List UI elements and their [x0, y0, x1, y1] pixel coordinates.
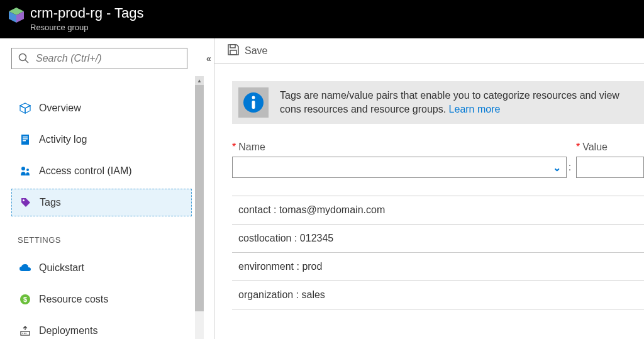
svg-rect-19	[24, 333, 25, 334]
sidebar-scrollbar[interactable]: ▲	[195, 76, 204, 339]
svg-rect-21	[230, 45, 235, 48]
page-title: crm-prod-rg - Tags	[30, 5, 144, 21]
sidebar-item-deployments[interactable]: Deployments	[11, 317, 192, 339]
sidebar-item-access-control[interactable]: Access control (IAM)	[11, 157, 192, 185]
info-text: Tags are name/value pairs that enable yo…	[280, 89, 638, 117]
save-button-label: Save	[245, 45, 267, 57]
svg-marker-5	[20, 103, 30, 108]
sidebar-section-header: SETTINGS	[18, 235, 192, 245]
tag-list: contact : tomas@mydomain.com costlocatio…	[232, 196, 644, 309]
name-input[interactable]: ⌄	[232, 157, 567, 178]
tag-form: *Name ⌄ : *Value	[232, 142, 644, 178]
svg-rect-18	[23, 333, 24, 334]
sidebar-item-activity-log[interactable]: Activity log	[11, 126, 192, 153]
svg-text:$: $	[23, 296, 27, 303]
sidebar: Overview Activity log Access control (IA…	[0, 38, 214, 339]
svg-rect-20	[26, 333, 27, 334]
sidebar-item-label: Overview	[39, 103, 81, 114]
svg-rect-22	[230, 50, 236, 55]
svg-marker-6	[20, 106, 25, 113]
page-header: crm-prod-rg - Tags Resource group	[0, 0, 644, 38]
value-input[interactable]	[576, 157, 644, 178]
save-icon	[227, 43, 240, 58]
svg-rect-9	[23, 136, 28, 138]
learn-more-link[interactable]: Learn more	[449, 104, 501, 114]
save-button[interactable]: Save	[227, 43, 267, 58]
form-separator: :	[567, 142, 573, 178]
tag-row[interactable]: environment : prod	[232, 253, 644, 281]
value-label: *Value	[576, 142, 644, 153]
tag-row[interactable]: costlocation : 012345	[232, 225, 644, 253]
tag-icon	[18, 197, 33, 208]
svg-line-4	[25, 60, 28, 63]
sidebar-item-quickstart[interactable]: Quickstart	[11, 254, 192, 282]
main-content: Save Tags are name/value pairs that enab…	[214, 38, 644, 339]
sidebar-item-overview[interactable]: Overview	[11, 94, 192, 122]
resource-icon	[8, 6, 25, 26]
svg-rect-10	[23, 138, 28, 140]
search-box[interactable]	[11, 48, 187, 69]
iam-icon	[18, 165, 33, 177]
tag-row[interactable]: organization : sales	[232, 281, 644, 309]
cloud-icon	[18, 264, 33, 272]
page-subtitle: Resource group	[30, 23, 144, 32]
sidebar-item-label: Access control (IAM)	[39, 165, 132, 177]
sidebar-item-resource-costs[interactable]: $ Resource costs	[11, 286, 192, 313]
collapse-sidebar-button[interactable]: «	[204, 38, 214, 339]
search-input[interactable]	[36, 53, 180, 64]
chevron-down-icon: ⌄	[553, 162, 561, 174]
sidebar-item-label: Deployments	[39, 325, 97, 336]
deploy-icon	[18, 325, 33, 336]
svg-rect-8	[21, 135, 29, 145]
sidebar-item-label: Activity log	[39, 134, 87, 145]
info-box: Tags are name/value pairs that enable yo…	[232, 81, 644, 124]
svg-rect-11	[23, 140, 26, 142]
log-icon	[18, 134, 33, 145]
name-label: *Name	[232, 142, 567, 153]
svg-rect-17	[21, 331, 30, 335]
scroll-thumb[interactable]	[195, 85, 204, 311]
svg-marker-7	[25, 106, 30, 113]
sidebar-item-tags[interactable]: Tags	[11, 189, 192, 216]
svg-point-3	[19, 54, 26, 61]
svg-point-12	[21, 167, 25, 170]
cube-icon	[18, 103, 33, 114]
info-icon	[238, 87, 269, 118]
search-icon	[18, 53, 30, 64]
svg-point-24	[252, 96, 255, 99]
cost-icon: $	[18, 294, 33, 305]
sidebar-item-label: Resource costs	[39, 294, 108, 305]
scroll-up-icon[interactable]: ▲	[195, 76, 204, 85]
svg-rect-25	[252, 101, 255, 109]
tag-row[interactable]: contact : tomas@mydomain.com	[232, 196, 644, 225]
toolbar: Save	[214, 38, 644, 64]
sidebar-item-label: Tags	[40, 197, 61, 208]
sidebar-item-label: Quickstart	[39, 262, 84, 274]
svg-point-13	[26, 169, 29, 171]
svg-point-14	[23, 199, 25, 201]
